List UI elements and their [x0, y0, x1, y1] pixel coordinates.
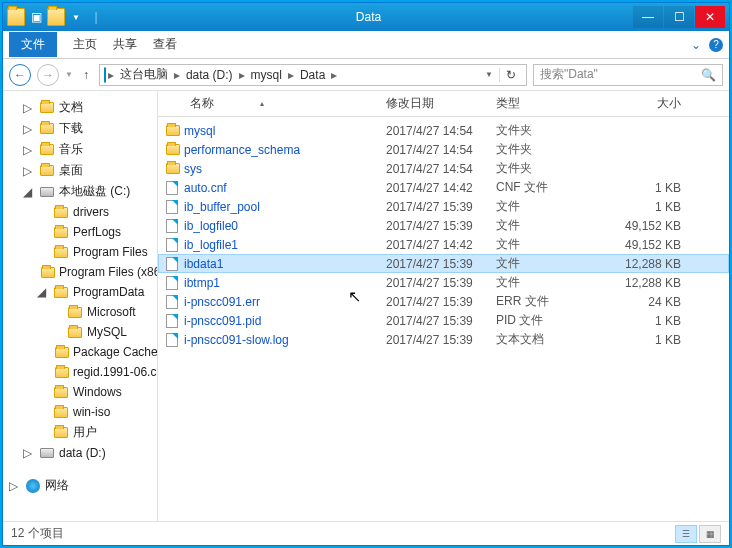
minimize-button[interactable]: —: [633, 6, 663, 28]
tree-item[interactable]: ◢ProgramData: [3, 282, 157, 302]
tree-item[interactable]: win-iso: [3, 402, 157, 422]
folder-icon: [53, 284, 69, 300]
file-name: i-pnscc091.err: [184, 295, 386, 309]
tree-item[interactable]: ▷音乐: [3, 139, 157, 160]
tree-item[interactable]: ▷网络: [3, 475, 157, 496]
folder-icon: [55, 344, 69, 360]
qat-folder-icon[interactable]: [7, 8, 25, 26]
tree-expand-icon[interactable]: ▷: [23, 164, 35, 178]
col-type[interactable]: 类型: [496, 95, 596, 112]
tree-item-label: PerfLogs: [73, 225, 121, 239]
tree-item[interactable]: Package Cache: [3, 342, 157, 362]
tree-item[interactable]: ▷下载: [3, 118, 157, 139]
nav-back-button[interactable]: ←: [9, 64, 31, 86]
tree-item[interactable]: ▷文档: [3, 97, 157, 118]
tree-item[interactable]: ◢本地磁盘 (C:): [3, 181, 157, 202]
addr-dropdown-icon[interactable]: ▼: [481, 70, 497, 79]
crumb-datadir[interactable]: Data: [296, 66, 329, 84]
maximize-button[interactable]: ☐: [664, 6, 694, 28]
file-type: 文件夹: [496, 141, 596, 158]
file-icon: [166, 219, 184, 233]
file-row[interactable]: mysql2017/4/27 14:54文件夹: [158, 121, 729, 140]
ribbon-tab-view[interactable]: 查看: [153, 36, 177, 53]
tree-item[interactable]: drivers: [3, 202, 157, 222]
ribbon-tab-share[interactable]: 共享: [113, 36, 137, 53]
file-list[interactable]: mysql2017/4/27 14:54文件夹performance_schem…: [158, 117, 729, 521]
file-row[interactable]: ibdata12017/4/27 15:39文件12,288 KB: [158, 254, 729, 273]
tree-expand-icon[interactable]: ▷: [23, 143, 35, 157]
crumb-data[interactable]: data (D:): [182, 66, 237, 84]
tree-expand-icon[interactable]: ◢: [23, 185, 35, 199]
tree-item-label: 用户: [73, 424, 97, 441]
ribbon-file-tab[interactable]: 文件: [9, 32, 57, 57]
folder-icon: [53, 384, 69, 400]
col-size[interactable]: 大小: [596, 95, 721, 112]
explorer-window: ▣ ▼ | Data — ☐ ✕ 文件 主页 共享 查看 ⌄ ? ← → ▼ ↑…: [2, 2, 730, 546]
file-name: ibtmp1: [184, 276, 386, 290]
file-date: 2017/4/27 15:39: [386, 200, 496, 214]
tree-expand-icon[interactable]: ▷: [9, 479, 21, 493]
file-row[interactable]: performance_schema2017/4/27 14:54文件夹: [158, 140, 729, 159]
file-row[interactable]: i-pnscc091.pid2017/4/27 15:39PID 文件1 KB: [158, 311, 729, 330]
close-button[interactable]: ✕: [695, 6, 725, 28]
nav-history-icon[interactable]: ▼: [65, 70, 73, 79]
breadcrumb-sep[interactable]: ▸: [331, 68, 337, 82]
crumb-pc[interactable]: 这台电脑: [116, 64, 172, 85]
file-row[interactable]: i-pnscc091-slow.log2017/4/27 15:39文本文档1 …: [158, 330, 729, 349]
view-icons-button[interactable]: ▦: [699, 525, 721, 543]
file-row[interactable]: sys2017/4/27 14:54文件夹: [158, 159, 729, 178]
tree-expand-icon[interactable]: ◢: [37, 285, 49, 299]
tree-expand-icon[interactable]: ▷: [23, 122, 35, 136]
file-name: mysql: [184, 124, 386, 138]
col-name[interactable]: 名称▴: [166, 95, 386, 112]
crumb-mysql[interactable]: mysql: [247, 66, 286, 84]
tree-item[interactable]: ▷桌面: [3, 160, 157, 181]
breadcrumb-sep[interactable]: ▸: [174, 68, 180, 82]
tree-item-label: 本地磁盘 (C:): [59, 183, 130, 200]
file-row[interactable]: auto.cnf2017/4/27 14:42CNF 文件1 KB: [158, 178, 729, 197]
qat-dropdown-icon[interactable]: ▼: [67, 8, 85, 26]
breadcrumb-sep[interactable]: ▸: [288, 68, 294, 82]
breadcrumb-sep[interactable]: ▸: [108, 68, 114, 82]
address-bar[interactable]: ▸ 这台电脑 ▸ data (D:) ▸ mysql ▸ Data ▸ ▼ ↻: [99, 64, 527, 86]
folder-icon: [166, 144, 184, 155]
qat-properties-icon[interactable]: ▣: [27, 8, 45, 26]
file-row[interactable]: ibtmp12017/4/27 15:39文件12,288 KB: [158, 273, 729, 292]
folder-icon: [166, 163, 184, 174]
tree-item-label: MySQL: [87, 325, 127, 339]
tree-item[interactable]: Microsoft: [3, 302, 157, 322]
file-row[interactable]: ib_logfile02017/4/27 15:39文件49,152 KB: [158, 216, 729, 235]
breadcrumb-sep[interactable]: ▸: [239, 68, 245, 82]
tree-item[interactable]: 用户: [3, 422, 157, 443]
addr-pc-icon: [104, 68, 106, 82]
view-details-button[interactable]: ☰: [675, 525, 697, 543]
help-icon[interactable]: ?: [709, 38, 723, 52]
col-date[interactable]: 修改日期: [386, 95, 496, 112]
tree-item[interactable]: ▷data (D:): [3, 443, 157, 463]
tree-item[interactable]: MySQL: [3, 322, 157, 342]
tree-expand-icon[interactable]: ▷: [23, 101, 35, 115]
qat-open-icon[interactable]: [47, 8, 65, 26]
tree-item[interactable]: Program Files (x86): [3, 262, 157, 282]
search-icon[interactable]: 🔍: [701, 68, 716, 82]
ribbon-expand-icon[interactable]: ⌄: [691, 38, 701, 52]
nav-tree[interactable]: ▷文档▷下载▷音乐▷桌面◢本地磁盘 (C:)driversPerfLogsPro…: [3, 91, 158, 521]
search-input[interactable]: 搜索"Data" 🔍: [533, 64, 723, 86]
ribbon-tab-home[interactable]: 主页: [73, 36, 97, 53]
column-headers[interactable]: 名称▴ 修改日期 类型 大小: [158, 91, 729, 117]
tree-expand-icon[interactable]: ▷: [23, 446, 35, 460]
tree-item-label: Program Files: [73, 245, 148, 259]
file-row[interactable]: i-pnscc091.err2017/4/27 15:39ERR 文件24 KB: [158, 292, 729, 311]
tree-item[interactable]: regid.1991-06.com.microsoft: [3, 362, 157, 382]
nav-up-button[interactable]: ↑: [79, 68, 93, 82]
file-type: ERR 文件: [496, 293, 596, 310]
folder-icon: [53, 224, 69, 240]
tree-item[interactable]: Windows: [3, 382, 157, 402]
file-row[interactable]: ib_buffer_pool2017/4/27 15:39文件1 KB: [158, 197, 729, 216]
file-size: 12,288 KB: [596, 257, 721, 271]
nav-forward-button[interactable]: →: [37, 64, 59, 86]
refresh-button[interactable]: ↻: [499, 68, 522, 82]
tree-item[interactable]: PerfLogs: [3, 222, 157, 242]
file-row[interactable]: ib_logfile12017/4/27 14:42文件49,152 KB: [158, 235, 729, 254]
tree-item[interactable]: Program Files: [3, 242, 157, 262]
